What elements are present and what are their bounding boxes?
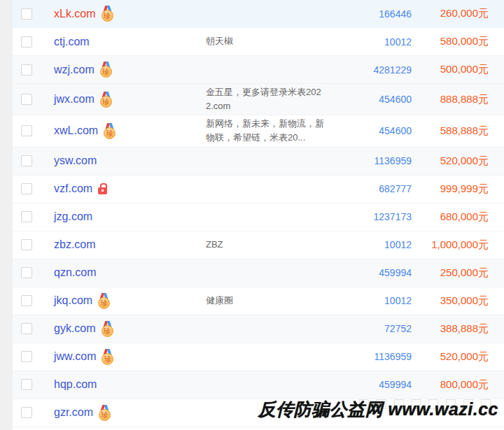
visits-count-link[interactable]: 454600 <box>326 125 412 136</box>
domain-cell: jkq.com 珍 <box>39 293 206 309</box>
row-checkbox[interactable] <box>21 379 32 390</box>
precious-medal-icon: 珍 <box>98 405 111 421</box>
row-checkbox[interactable] <box>21 36 32 48</box>
domain-link[interactable]: vzf.com <box>54 182 92 195</box>
medal-coin: 珍 <box>102 325 113 337</box>
row-checkbox[interactable] <box>21 295 32 306</box>
domain-description: ZBZ <box>206 238 326 252</box>
domain-cell: xLk.com 珍 <box>39 6 206 22</box>
row-checkbox[interactable] <box>21 64 32 76</box>
domain-link[interactable]: xLk.com <box>54 8 96 20</box>
domain-cell: xwL.com 珍 <box>39 123 206 139</box>
visits-count-link[interactable]: 10012 <box>326 239 412 250</box>
price-label: 250,000元 <box>412 266 504 280</box>
domain-cell: gyk.com 珍 <box>39 321 206 337</box>
table-row: jww.com 珍 1136959 520,000元 <box>13 343 504 371</box>
precious-medal-icon: 珍 <box>101 6 114 22</box>
domain-cell: wzj.com 珍 <box>39 62 206 78</box>
row-checkbox[interactable] <box>21 8 32 20</box>
table-row: wzj.com 珍 4281229 500,000元 <box>13 56 504 84</box>
medal-coin: 珍 <box>100 66 112 78</box>
domain-link[interactable]: wzj.com <box>54 64 94 76</box>
domain-link[interactable]: xwL.com <box>54 124 98 137</box>
medal-coin: 珍 <box>102 10 113 22</box>
checkbox-cell <box>13 36 39 48</box>
medal-coin: 珍 <box>102 353 113 365</box>
checkbox-cell <box>13 267 39 278</box>
price-label: 350,000元 <box>412 294 504 308</box>
visits-count-link[interactable]: 1136959 <box>326 155 412 166</box>
domain-link[interactable]: jwx.com <box>54 93 94 106</box>
domain-cell: qzn.com <box>39 266 206 279</box>
visits-count-link[interactable]: 72752 <box>326 323 412 334</box>
domain-cell: hqp.com <box>39 378 206 391</box>
table-row: vzf.com 682777 999,999元 <box>13 175 504 203</box>
domain-description: 金五星，更多请登录米表2022.com <box>206 85 326 113</box>
table-row: jzg.com 1237173 680,000元 <box>13 203 504 231</box>
row-checkbox[interactable] <box>21 407 32 418</box>
visits-count-link[interactable]: 1136959 <box>326 351 412 362</box>
domain-link[interactable]: ysw.com <box>54 155 97 167</box>
domain-cell: jww.com 珍 <box>39 349 206 365</box>
table-row: xLk.com 珍 166446 260,000元 <box>13 0 504 28</box>
checkbox-cell <box>13 379 39 390</box>
row-checkbox[interactable] <box>21 323 32 334</box>
price-label: 520,000元 <box>412 350 504 364</box>
domain-description: 健康圈 <box>206 294 326 308</box>
checkbox-cell <box>13 295 39 306</box>
row-checkbox[interactable] <box>21 183 32 194</box>
domain-link[interactable]: ctj.com <box>54 36 90 48</box>
domain-link[interactable]: jkq.com <box>54 294 92 307</box>
visits-count-link[interactable]: 166446 <box>326 8 412 20</box>
checkbox-cell <box>13 94 39 105</box>
domain-cell: vzf.com <box>39 182 206 195</box>
domain-link[interactable]: gyk.com <box>54 322 96 335</box>
visits-count-link[interactable]: 459994 <box>326 379 412 390</box>
price-label: 388,888元 <box>412 322 504 336</box>
domain-listing-table: xLk.com 珍 166446 260,000元 ctj.com 朝天椒 1 <box>13 0 504 427</box>
checkbox-cell <box>13 125 39 136</box>
checkbox-cell <box>13 183 39 194</box>
table-row: jwx.com 珍 金五星，更多请登录米表2022.com 454600 888… <box>13 84 504 115</box>
medal-coin: 珍 <box>98 297 110 309</box>
row-checkbox[interactable] <box>21 239 32 250</box>
row-checkbox[interactable] <box>21 125 32 136</box>
domain-link[interactable]: zbz.com <box>54 238 96 251</box>
visits-count-link[interactable]: 10012 <box>326 295 412 306</box>
domain-link[interactable]: gzr.com <box>54 406 93 419</box>
checkbox-cell <box>13 351 39 362</box>
visits-count-link[interactable]: 4281229 <box>326 64 412 76</box>
visits-count-link[interactable]: 1237173 <box>326 211 412 222</box>
visits-count-link[interactable]: 10012 <box>326 36 412 48</box>
table-row: jkq.com 珍 健康圈 10012 350,000元 <box>13 287 504 315</box>
table-row: zbz.com ZBZ 10012 1,000,000元 <box>13 231 504 259</box>
price-label: 999,999元 <box>412 182 504 196</box>
checkbox-cell <box>13 407 39 418</box>
price-label: 520,000元 <box>412 155 504 168</box>
domain-link[interactable]: jww.com <box>54 350 96 363</box>
row-checkbox[interactable] <box>21 211 32 222</box>
page-left-margin <box>0 0 13 430</box>
visits-count-link[interactable]: 459994 <box>326 267 412 278</box>
domain-cell: ysw.com <box>39 155 206 167</box>
checkbox-cell <box>13 8 39 20</box>
domain-cell: zbz.com <box>39 238 206 251</box>
row-checkbox[interactable] <box>21 155 32 166</box>
domain-link[interactable]: jzg.com <box>54 210 92 223</box>
row-checkbox[interactable] <box>21 267 32 278</box>
visits-count-link[interactable]: 682777 <box>326 183 412 194</box>
domain-link[interactable]: hqp.com <box>54 378 97 391</box>
price-label: 500,000元 <box>412 63 504 76</box>
domain-description: 新网络，新未来，新物流，新物联，希望链，米表20... <box>206 117 326 145</box>
precious-medal-icon: 珍 <box>97 293 111 309</box>
table-row: xwL.com 珍 新网络，新未来，新物流，新物联，希望链，米表20... 45… <box>13 115 504 147</box>
row-checkbox[interactable] <box>21 351 32 362</box>
row-checkbox[interactable] <box>21 94 32 105</box>
visits-count-link[interactable]: 454600 <box>326 94 412 105</box>
table-row: ysw.com 1136959 520,000元 <box>13 148 504 175</box>
lock-icon <box>98 183 108 194</box>
precious-medal-icon: 珍 <box>103 123 116 139</box>
domain-link[interactable]: qzn.com <box>54 266 96 279</box>
precious-medal-icon: 珍 <box>99 62 113 78</box>
table-row: qzn.com 459994 250,000元 <box>13 259 504 287</box>
